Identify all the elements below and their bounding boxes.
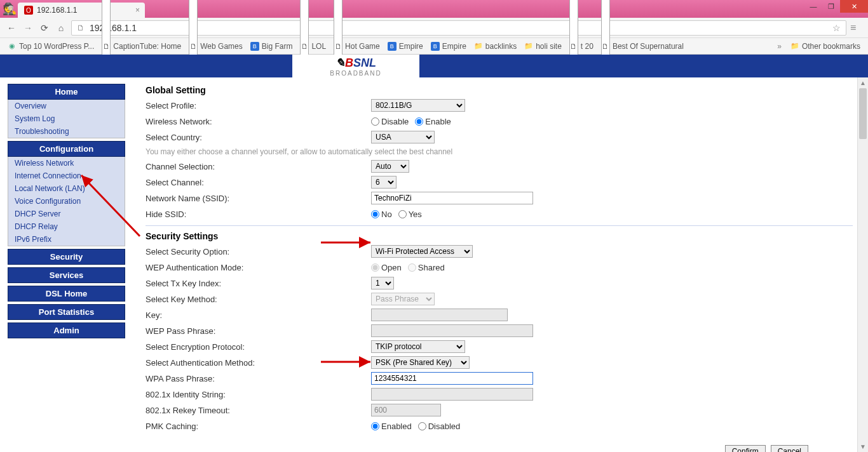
sidebar-header-configuration[interactable]: Configuration <box>8 141 125 157</box>
browser-menu-icon[interactable]: ≡ <box>850 22 863 34</box>
window-minimize-button[interactable]: — <box>804 0 822 13</box>
bookmark-label: Empire <box>399 42 423 51</box>
sidebar-header-port-statistics[interactable]: Port Statistics <box>8 304 125 320</box>
bookmark-label: Empire <box>442 42 466 51</box>
main-panel: Global Setting Select Profile: 802.11B/G… <box>130 77 868 452</box>
label-rekey-timeout: 802.1x Rekey Timeout: <box>146 406 371 415</box>
radio-pmk-enabled[interactable]: Enabled <box>371 422 412 431</box>
label-key-method: Select Key Method: <box>146 295 371 304</box>
bookmark-item[interactable]: BBig Farm <box>248 41 295 52</box>
label-select-country: Select Country: <box>146 133 371 142</box>
page-content: ✎BSNL BROADBAND Home OverviewSystem LogT… <box>0 55 868 452</box>
bookmark-item[interactable]: BEmpire <box>428 41 469 52</box>
sidebar-item-ipv6-prefix[interactable]: IPv6 Prefix <box>8 233 125 246</box>
label-select-channel: Select Channel: <box>146 178 371 187</box>
bookmark-star-icon[interactable]: ☆ <box>832 23 841 33</box>
bookmark-item[interactable]: 📁backlinks <box>471 41 519 52</box>
sidebar-item-voice-configuration[interactable]: Voice Configuration <box>8 195 125 208</box>
label-tx-key: Select Tx Key Index: <box>146 279 371 288</box>
label-security-option: Select Security Option: <box>146 247 371 256</box>
label-wep-auth: WEP Authentication Mode: <box>146 263 371 272</box>
globe-icon: ◉ <box>8 42 17 51</box>
vertical-scrollbar[interactable]: ▲ ▼ <box>857 77 868 452</box>
radio-wireless-disable[interactable]: Disable <box>371 117 409 126</box>
select-security-option[interactable]: Wi-Fi Protected Access <box>371 245 473 258</box>
radio-pmk-disabled[interactable]: Disabled <box>418 422 461 431</box>
security-settings-title: Security Settings <box>146 231 853 241</box>
sidebar-item-wireless-network[interactable]: Wireless Network <box>8 157 125 170</box>
sidebar-item-internet-connection[interactable]: Internet Connection <box>8 170 125 182</box>
bookmark-item[interactable]: 📁holi site <box>522 41 564 52</box>
sidebar-item-dhcp-server[interactable]: DHCP Server <box>8 208 125 220</box>
folder-icon: 📁 <box>790 42 799 51</box>
select-channel-selection[interactable]: Auto <box>371 160 409 173</box>
select-key-method: Pass Phrase <box>371 293 435 305</box>
select-encryption-protocol[interactable]: TKIP protocol <box>371 340 465 353</box>
cancel-button[interactable]: Cancel <box>771 445 808 452</box>
page-banner: ✎BSNL BROADBAND <box>0 55 868 77</box>
radio-wireless-enable[interactable]: Enable <box>415 117 451 126</box>
bookmark-item[interactable]: BEmpire <box>385 41 426 52</box>
label-pmk-caching: PMK Caching: <box>146 422 371 431</box>
input-wep-passphrase <box>371 324 533 337</box>
brand-sub: BROADBAND <box>330 70 381 77</box>
sidebar-item-system-log[interactable]: System Log <box>8 112 125 125</box>
radio-hide-yes[interactable]: Yes <box>398 209 422 219</box>
sidebar-header-security[interactable]: Security <box>8 249 125 265</box>
scroll-down-icon[interactable]: ▼ <box>858 441 868 452</box>
label-select-profile: Select Profile: <box>146 101 371 110</box>
bookmarks-bar: ◉Top 10 WordPress P...🗋CaptionTube: Home… <box>0 38 868 55</box>
window-close-button[interactable]: ✕ <box>840 0 868 13</box>
bookmark-label: CaptionTube: Home <box>113 42 181 51</box>
tab-title: 192.168.1.1 <box>37 6 77 15</box>
radio-wep-shared[interactable]: Shared <box>408 263 445 272</box>
bookmark-label: backlinks <box>485 42 517 51</box>
label-wireless-network: Wireless Network: <box>146 117 371 126</box>
sidebar-item-local-network-lan[interactable]: Local Network (LAN) <box>8 182 125 195</box>
select-channel[interactable]: 6 <box>371 176 397 189</box>
sidebar-header-admin[interactable]: Admin <box>8 322 125 338</box>
folder-icon: 📁 <box>524 42 533 51</box>
app-icon: B <box>431 42 440 51</box>
incognito-icon: 🕵 <box>3 3 15 15</box>
label-wpa-passphrase: WPA Pass Phrase: <box>146 374 371 383</box>
scroll-up-icon[interactable]: ▲ <box>858 77 868 88</box>
sidebar-header-dsl-home[interactable]: DSL Home <box>8 286 125 302</box>
bookmark-label: Web Games <box>200 42 242 51</box>
input-ssid[interactable] <box>371 192 533 204</box>
bookmark-label: Top 10 WordPress P... <box>19 42 94 51</box>
app-icon: B <box>250 42 259 51</box>
label-wep-passphrase: WEP Pass Phrase: <box>146 326 371 336</box>
bookmark-label: Big Farm <box>262 42 293 51</box>
sidebar-item-troubleshooting[interactable]: Troubleshooting <box>8 125 125 138</box>
window-titlebar: 🕵 O 192.168.1.1 × — ❐ ✕ <box>0 0 868 18</box>
bookmark-item[interactable]: ◉Top 10 WordPress P... <box>5 41 97 52</box>
app-icon: B <box>388 42 397 51</box>
label-ssid: Network Name (SSID): <box>146 194 371 203</box>
confirm-button[interactable]: Confirm <box>725 445 766 452</box>
sidebar-header-services[interactable]: Services <box>8 267 125 283</box>
select-country[interactable]: USA <box>371 131 435 143</box>
sidebar-item-dhcp-relay[interactable]: DHCP Relay <box>8 220 125 233</box>
select-tx-key[interactable]: 1 <box>371 277 394 289</box>
scroll-thumb[interactable] <box>859 88 867 139</box>
bookmark-label: Hot Game <box>345 42 380 51</box>
tab-close-icon[interactable]: × <box>135 6 140 15</box>
channel-hint: You may either choose a channel yourself… <box>146 147 853 156</box>
select-profile[interactable]: 802.11B/G <box>371 99 465 112</box>
sidebar-item-overview[interactable]: Overview <box>8 100 125 112</box>
bookmarks-overflow-icon[interactable]: » <box>773 42 785 51</box>
radio-hide-no[interactable]: No <box>371 209 392 219</box>
window-maximize-button[interactable]: ❐ <box>822 0 840 13</box>
select-auth-method[interactable]: PSK (Pre Shared Key) <box>371 356 470 369</box>
folder-icon: 📁 <box>474 42 483 51</box>
sidebar-header-home[interactable]: Home <box>8 84 125 100</box>
other-bookmarks-label: Other bookmarks <box>802 42 860 51</box>
divider <box>146 225 853 226</box>
radio-wep-open[interactable]: Open <box>371 263 402 272</box>
label-auth-method: Select Authentication Method: <box>146 358 371 368</box>
input-wpa-passphrase[interactable] <box>371 372 533 385</box>
label-hide-ssid: Hide SSID: <box>146 209 371 219</box>
other-bookmarks-button[interactable]: 📁 Other bookmarks <box>788 41 863 52</box>
browser-tab[interactable]: O 192.168.1.1 × <box>18 3 145 18</box>
